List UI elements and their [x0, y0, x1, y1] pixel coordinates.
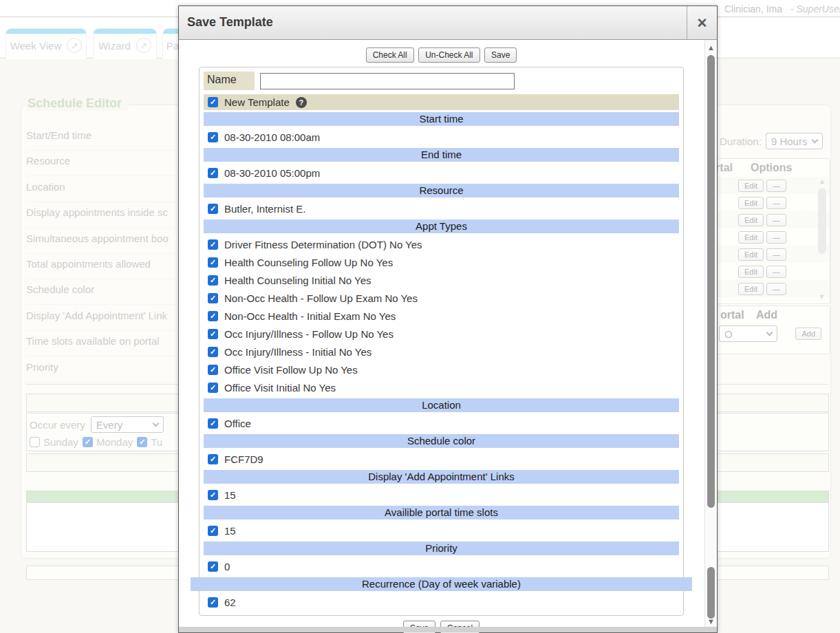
- section-header: Availible portal time slots: [204, 506, 679, 519]
- template-item-row: ✓15: [204, 522, 679, 539]
- item-label: 08-30-2010 08:00am: [224, 131, 320, 143]
- scroll-down-icon[interactable]: ▼: [705, 617, 717, 625]
- item-label: Driver Fitness Determination (DOT) No Ye…: [224, 239, 422, 250]
- new-template-checkbox[interactable]: ✓: [208, 97, 218, 107]
- section-header: Start time: [204, 112, 679, 126]
- checkbox[interactable]: ✓: [208, 257, 218, 268]
- item-label: 15: [224, 489, 236, 501]
- checkbox[interactable]: ✓: [208, 526, 218, 536]
- checkbox[interactable]: ✓: [208, 132, 218, 142]
- checkbox[interactable]: ✓: [208, 311, 218, 321]
- template-item-row: ✓Occ Injury/Illness - Initial No Yes: [204, 343, 679, 361]
- name-label: Name: [204, 72, 255, 90]
- template-item-row: ✓Non-Occ Health - Initial Exam No Yes: [204, 307, 679, 325]
- save-button-top[interactable]: Save: [484, 47, 517, 63]
- section-header: Recurrence (Day of week variable): [191, 577, 692, 591]
- section-header: Display 'Add Appointment' Links: [204, 470, 679, 484]
- item-label: Butler, Internist E.: [224, 203, 305, 215]
- item-label: Office Visit Follow Up No Yes: [224, 364, 358, 376]
- checkbox[interactable]: ✓: [208, 418, 218, 429]
- section-header: Location: [204, 398, 679, 412]
- save-template-dialog: Save Template ✕ Check All Un-Check All S…: [178, 6, 718, 633]
- item-label: 08-30-2010 05:00pm: [224, 167, 320, 179]
- checkbox[interactable]: ✓: [208, 275, 218, 286]
- section-header: Priority: [204, 541, 679, 555]
- checkbox[interactable]: ✓: [208, 383, 218, 393]
- item-label: Health Counseling Initial No Yes: [224, 275, 371, 286]
- template-item-row: ✓Butler, Internist E.: [204, 200, 679, 217]
- checkbox[interactable]: ✓: [208, 365, 218, 375]
- template-fields-box: Name ✓ New Template ? Start time✓08-30-2…: [199, 67, 684, 616]
- checkbox[interactable]: ✓: [208, 329, 218, 339]
- inner-scrollbar-thumb[interactable]: [707, 567, 715, 619]
- template-item-row: ✓62: [204, 593, 679, 611]
- template-item-row: ✓Health Counseling Follow Up No Yes: [204, 253, 679, 271]
- item-label: FCF7D9: [224, 453, 263, 465]
- template-item-row: ✓Office Visit Initial No Yes: [204, 378, 679, 396]
- item-label: 62: [224, 597, 236, 608]
- section-header: Appt Types: [204, 219, 679, 233]
- item-label: Health Counseling Follow Up No Yes: [224, 257, 393, 268]
- template-item-row: ✓Office: [204, 414, 679, 432]
- scroll-up-icon[interactable]: ▲: [705, 43, 717, 52]
- help-icon[interactable]: ?: [296, 97, 307, 108]
- checkbox[interactable]: ✓: [208, 454, 218, 464]
- template-name-input[interactable]: [260, 73, 515, 89]
- section-header: Resource: [204, 184, 679, 197]
- item-label: 15: [224, 525, 236, 537]
- dialog-body: Check All Un-Check All Save Name ✓ New T…: [179, 40, 704, 632]
- checkbox[interactable]: ✓: [208, 168, 218, 178]
- item-label: Non-Occ Health - Initial Exam No Yes: [224, 310, 396, 322]
- close-icon[interactable]: ✕: [687, 6, 717, 39]
- template-item-row: ✓Non-Occ Health - Follow Up Exam No Yes: [204, 289, 679, 307]
- checkbox[interactable]: ✓: [208, 239, 218, 250]
- template-item-row: ✓FCF7D9: [204, 450, 679, 468]
- checkbox[interactable]: ✓: [208, 293, 218, 303]
- item-label: Office: [224, 418, 251, 429]
- checkbox[interactable]: ✓: [208, 204, 218, 214]
- check-all-button[interactable]: Check All: [366, 47, 414, 63]
- dialog-title: Save Template: [179, 6, 687, 39]
- dialog-scrollbar-thumb[interactable]: [707, 55, 715, 508]
- new-template-row: ✓ New Template ?: [204, 94, 679, 110]
- checkbox[interactable]: ✓: [208, 490, 218, 500]
- template-item-row: ✓08-30-2010 08:00am: [204, 128, 679, 146]
- item-label: 0: [224, 561, 230, 572]
- template-item-row: ✓15: [204, 486, 679, 504]
- template-item-row: ✓Office Visit Follow Up No Yes: [204, 361, 679, 378]
- dialog-title-bar: Save Template ✕: [179, 6, 717, 40]
- item-label: Occ Injury/Illness - Follow Up No Yes: [224, 328, 394, 340]
- new-template-label: New Template: [224, 96, 290, 108]
- template-item-row: ✓08-30-2010 05:00pm: [204, 164, 679, 182]
- template-item-row: ✓Health Counseling Initial No Yes: [204, 271, 679, 289]
- checkbox[interactable]: ✓: [208, 347, 218, 357]
- checkbox[interactable]: ✓: [208, 561, 218, 572]
- dialog-scrollbar[interactable]: ▲ ▼: [704, 40, 717, 632]
- item-label: Occ Injury/Illness - Initial No Yes: [224, 346, 371, 358]
- template-item-row: ✓Driver Fitness Determination (DOT) No Y…: [204, 235, 679, 253]
- item-label: Office Visit Initial No Yes: [224, 382, 336, 394]
- dialog-horizontal-scrollbar[interactable]: [179, 627, 717, 632]
- template-item-row: ✓0: [204, 557, 679, 575]
- section-header: End time: [204, 148, 679, 162]
- item-label: Non-Occ Health - Follow Up Exam No Yes: [224, 292, 418, 304]
- template-item-row: ✓Occ Injury/Illness - Follow Up No Yes: [204, 325, 679, 343]
- checkbox[interactable]: ✓: [208, 597, 218, 608]
- section-header: Schedule color: [204, 434, 679, 448]
- uncheck-all-button[interactable]: Un-Check All: [418, 47, 480, 63]
